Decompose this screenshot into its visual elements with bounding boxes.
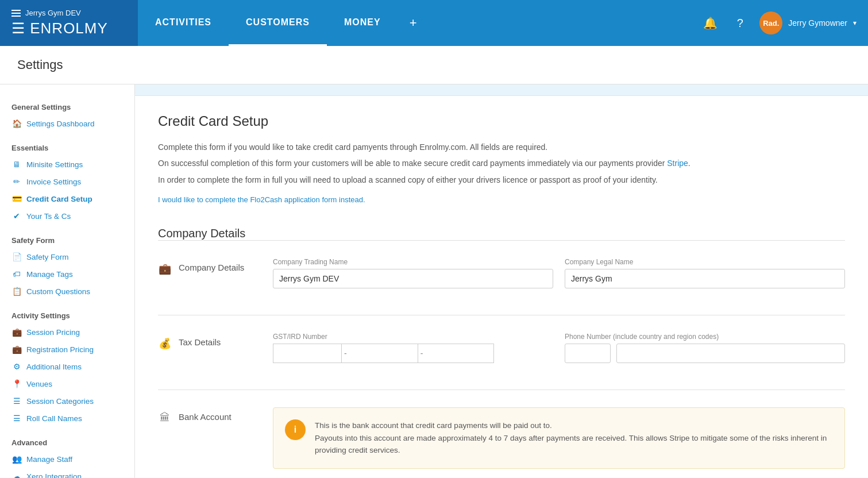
hamburger-icon [11, 10, 21, 17]
main-inner: Credit Card Setup Complete this form if … [135, 96, 868, 478]
sidebar-section-essentials: Essentials [0, 137, 134, 156]
phone-inputs [565, 344, 845, 363]
sidebar-item-safety-form[interactable]: 📄 Safety Form [0, 248, 134, 265]
sidebar-item-session-categories[interactable]: ☰ Session Categories [0, 392, 134, 410]
company-details-section: 💼 Company Details Company Trading Name C… [158, 240, 845, 298]
content-wrapper: General Settings 🏠 Settings Dashboard Es… [0, 84, 868, 478]
list-icon: ☰ [11, 396, 22, 406]
sidebar-item-custom-questions[interactable]: 📋 Custom Questions [0, 283, 134, 300]
avatar: Rad. [759, 11, 782, 34]
notification-bell-button[interactable]: 🔔 [700, 13, 720, 33]
nav-tab-money[interactable]: MONEY [327, 0, 398, 46]
sidebar-section-safety: Safety Form [0, 229, 134, 248]
gst-part1-input[interactable] [273, 344, 342, 363]
bank-account-info-box: i This is the bank account that credit c… [273, 407, 845, 469]
page-title: Settings [17, 57, 851, 72]
clipboard-icon: 📋 [11, 287, 22, 296]
legal-name-group: Company Legal Name [565, 258, 845, 288]
company-details-heading: Company Details [158, 227, 845, 240]
tax-row: GST/IRD Number - - Phone Number (include… [273, 333, 845, 363]
tax-details-label: 💰 Tax Details [158, 333, 273, 372]
document-icon: 📄 [11, 252, 22, 261]
nav-tab-plus[interactable]: + [398, 0, 429, 46]
sidebar-item-your-ts-cs[interactable]: ✔ Your Ts & Cs [0, 207, 134, 225]
sidebar-item-session-pricing[interactable]: 💼 Session Pricing [0, 323, 134, 341]
briefcase-section-icon: 💼 [158, 263, 172, 275]
credit-card-icon: 💳 [11, 194, 22, 203]
legal-name-input[interactable] [565, 269, 845, 288]
cloud-icon: ☁ [11, 472, 22, 478]
sidebar-section-advanced: Advanced [0, 431, 134, 450]
main-content: Credit Card Setup Complete this form if … [135, 84, 868, 478]
sidebar-item-invoice-settings[interactable]: ✏ Invoice Settings [0, 173, 134, 190]
gst-inputs: - - [273, 344, 553, 363]
pencil-icon: ✏ [11, 177, 22, 186]
sidebar-item-manage-tags[interactable]: 🏷 Manage Tags [0, 265, 134, 283]
gym-name-label: Jerrys Gym DEV [25, 9, 81, 17]
tag-icon: 🏷 [11, 269, 22, 279]
logo-area: Jerrys Gym DEV ☰ ENROLMY [0, 0, 138, 46]
trading-name-group: Company Trading Name [273, 258, 553, 288]
phone-number-input[interactable] [616, 344, 845, 363]
info-icon: i [285, 419, 306, 440]
user-menu[interactable]: Rad. Jerry Gymowner ▾ [759, 11, 857, 34]
help-button[interactable]: ? [730, 13, 750, 33]
sidebar-item-roll-call-names[interactable]: ☰ Roll Call Names [0, 410, 134, 427]
gst-dash1: - [342, 344, 349, 363]
sidebar-item-credit-card-setup[interactable]: 💳 Credit Card Setup [0, 190, 134, 207]
bank-icon: 🏛 [158, 412, 172, 424]
trading-name-input[interactable] [273, 269, 553, 288]
stripe-link[interactable]: Stripe [667, 159, 688, 168]
sidebar: General Settings 🏠 Settings Dashboard Es… [0, 84, 135, 478]
people-icon: 👥 [11, 454, 22, 464]
phone-label: Phone Number (include country and region… [565, 333, 845, 341]
nav-tab-activities[interactable]: ACTIVITIES [138, 0, 229, 46]
company-name-row: Company Trading Name Company Legal Name [273, 258, 845, 288]
gst-part3-input[interactable] [425, 344, 494, 363]
gst-label: GST/IRD Number [273, 333, 553, 341]
sidebar-item-settings-dashboard[interactable]: 🏠 Settings Dashboard [0, 115, 134, 132]
trading-name-label: Company Trading Name [273, 258, 553, 266]
briefcase2-icon: 💼 [11, 345, 22, 354]
sidebar-item-manage-staff[interactable]: 👥 Manage Staff [0, 450, 134, 468]
home-icon: 🏠 [11, 119, 22, 128]
map-pin-icon: 📍 [11, 379, 22, 388]
chevron-down-icon: ▾ [853, 19, 857, 27]
tax-icon: 💰 [158, 337, 172, 350]
list2-icon: ☰ [11, 414, 22, 423]
company-details-label: 💼 Company Details [158, 258, 273, 298]
gear-icon: ⚙ [11, 362, 22, 371]
page-title-bar: Settings [0, 46, 868, 84]
header-band [135, 84, 868, 96]
sidebar-item-venues[interactable]: 📍 Venues [0, 375, 134, 392]
company-details-fields: Company Trading Name Company Legal Name [273, 258, 845, 298]
sidebar-section-general: General Settings [0, 96, 134, 115]
briefcase-icon: 💼 [11, 327, 22, 337]
nav-tab-customers[interactable]: CUSTOMERS [229, 0, 327, 46]
credit-card-setup-title: Credit Card Setup [158, 113, 845, 129]
sidebar-item-registration-pricing[interactable]: 💼 Registration Pricing [0, 341, 134, 358]
phone-group: Phone Number (include country and region… [565, 333, 845, 363]
tax-details-section: 💰 Tax Details GST/IRD Number - - [158, 315, 845, 372]
gst-part2-input[interactable] [349, 344, 418, 363]
phone-country-input[interactable] [565, 344, 611, 363]
sidebar-item-additional-items[interactable]: ⚙ Additional Items [0, 358, 134, 375]
bank-account-label: 🏛 Bank Account [158, 407, 273, 469]
sidebar-item-xero-integration[interactable]: ☁ Xero Integration [0, 468, 134, 478]
gst-dash2: - [418, 344, 426, 363]
sidebar-item-minisite-settings[interactable]: 🖥 Minisite Settings [0, 156, 134, 173]
bank-account-section: 🏛 Bank Account i This is the bank accoun… [158, 390, 845, 469]
hamburger-menu[interactable]: Jerrys Gym DEV [11, 9, 126, 17]
intro-line-1: Complete this form if you would like to … [158, 141, 845, 153]
top-nav: Jerrys Gym DEV ☰ ENROLMY ACTIVITIES CUST… [0, 0, 868, 46]
legal-name-label: Company Legal Name [565, 258, 845, 266]
nav-right: 🔔 ? Rad. Jerry Gymowner ▾ [700, 0, 868, 46]
flo2cash-link[interactable]: I would like to complete the Flo2Cash ap… [158, 195, 365, 204]
logo: ☰ ENROLMY [11, 20, 126, 37]
user-name: Jerry Gymowner [788, 18, 847, 28]
bank-info-text: This is the bank account that credit car… [315, 419, 833, 457]
intro-line-2: On successful completion of this form yo… [158, 157, 845, 169]
tax-details-fields: GST/IRD Number - - Phone Number (include… [273, 333, 845, 372]
gst-group: GST/IRD Number - - [273, 333, 553, 363]
bank-account-content: i This is the bank account that credit c… [273, 407, 845, 469]
